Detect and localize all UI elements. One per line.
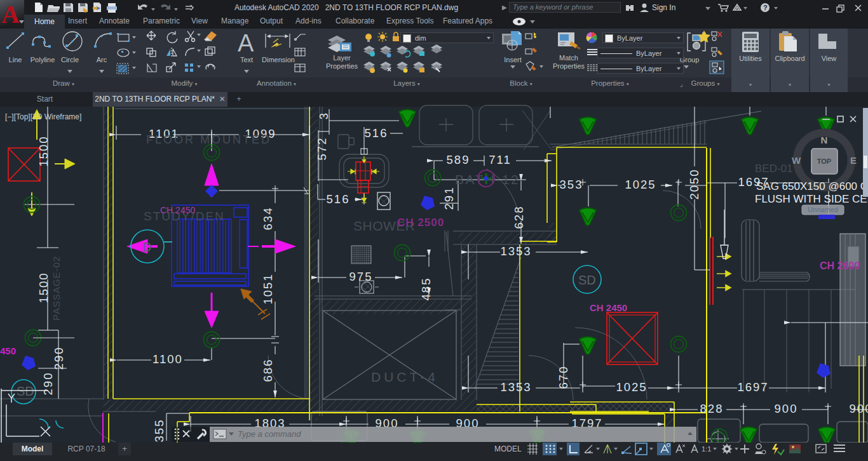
svg-text:SAG 650X150 @600 CFM: SAG 650X150 @600 CFM bbox=[756, 180, 868, 192]
svg-text:290: 290 bbox=[52, 347, 65, 370]
svg-text:DUCT-4: DUCT-4 bbox=[371, 370, 438, 384]
svg-text:1:1: 1:1 bbox=[702, 445, 711, 453]
svg-text:W: W bbox=[792, 155, 801, 166]
svg-text:589: 589 bbox=[447, 153, 470, 166]
svg-text:628: 628 bbox=[512, 206, 526, 229]
svg-text:1500: 1500 bbox=[37, 135, 50, 166]
svg-text:SD: SD bbox=[17, 384, 34, 398]
svg-text:516: 516 bbox=[327, 192, 350, 206]
svg-text:Sign In: Sign In bbox=[652, 3, 675, 12]
svg-text:CH 2600: CH 2600 bbox=[820, 260, 860, 271]
svg-text:290: 290 bbox=[41, 372, 55, 396]
svg-text:670: 670 bbox=[557, 366, 570, 389]
svg-text:353: 353 bbox=[560, 178, 583, 191]
svg-text:2050: 2050 bbox=[688, 168, 701, 199]
svg-text:900: 900 bbox=[850, 402, 868, 415]
svg-text:Unnamed: Unnamed bbox=[808, 206, 838, 213]
svg-text:CH 2450: CH 2450 bbox=[590, 302, 627, 313]
svg-text:1025: 1025 bbox=[616, 380, 647, 394]
svg-text:450: 450 bbox=[0, 345, 16, 356]
svg-text:1697: 1697 bbox=[737, 380, 768, 394]
svg-text:355: 355 bbox=[153, 419, 166, 443]
svg-text:FLOOR MOUNTED: FLOOR MOUNTED bbox=[146, 133, 271, 146]
svg-text:900: 900 bbox=[775, 402, 798, 415]
svg-text:975: 975 bbox=[349, 270, 373, 283]
svg-text:634: 634 bbox=[261, 207, 275, 230]
svg-text:1353: 1353 bbox=[500, 244, 531, 258]
svg-text:CH 2450: CH 2450 bbox=[160, 205, 195, 215]
svg-text:516: 516 bbox=[365, 126, 388, 140]
svg-text:1051: 1051 bbox=[261, 273, 275, 304]
svg-text:1025: 1025 bbox=[625, 178, 656, 191]
svg-text:3: 3 bbox=[317, 112, 330, 119]
svg-text:PASSAGE-02: PASSAGE-02 bbox=[51, 256, 62, 321]
svg-text:TOP: TOP bbox=[817, 157, 831, 165]
svg-text:E: E bbox=[850, 155, 857, 166]
svg-text:485: 485 bbox=[419, 277, 433, 301]
svg-text:BED-01: BED-01 bbox=[755, 163, 793, 175]
svg-text:686: 686 bbox=[261, 359, 275, 382]
svg-text:Type a command: Type a command bbox=[238, 429, 301, 439]
svg-text:1500: 1500 bbox=[37, 272, 50, 303]
svg-text:711: 711 bbox=[489, 153, 512, 166]
svg-text:N: N bbox=[821, 135, 828, 145]
svg-text:D: D bbox=[142, 240, 151, 254]
svg-text:?: ? bbox=[763, 4, 768, 11]
svg-text:572: 572 bbox=[315, 137, 329, 161]
svg-text:1100: 1100 bbox=[153, 352, 183, 366]
svg-text:291: 291 bbox=[442, 187, 456, 210]
svg-text:FLUSH WITH SIDE CEILIN: FLUSH WITH SIDE CEILIN bbox=[755, 193, 868, 205]
svg-text:SD: SD bbox=[578, 273, 596, 287]
svg-text:A: A bbox=[1, 0, 20, 29]
svg-text:[−][Top][2D Wireframe]: [−][Top][2D Wireframe] bbox=[5, 112, 81, 121]
svg-text:CH 2500: CH 2500 bbox=[397, 217, 444, 229]
svg-text:828: 828 bbox=[700, 402, 724, 415]
svg-text:1353: 1353 bbox=[500, 380, 531, 394]
